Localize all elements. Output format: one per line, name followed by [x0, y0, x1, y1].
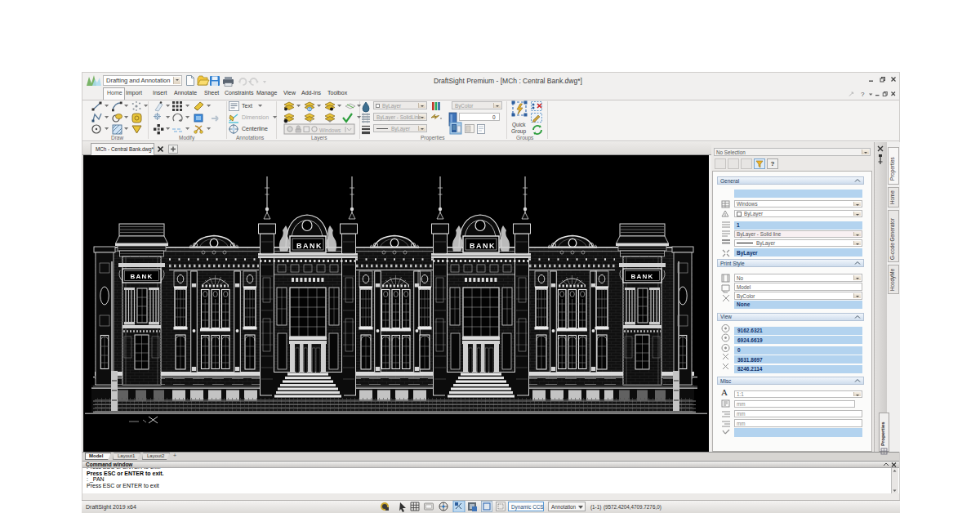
svg-text:Centerline: Centerline [242, 126, 268, 132]
svg-text:A: A [721, 387, 728, 397]
svg-text:?: ? [861, 91, 865, 98]
svg-text:Text: Text [242, 103, 252, 109]
svg-text:Quick: Quick [512, 122, 526, 128]
svg-text:Dimension: Dimension [242, 114, 269, 120]
svg-text:Group: Group [511, 128, 526, 135]
svg-text:Windows: Windows [319, 127, 341, 133]
